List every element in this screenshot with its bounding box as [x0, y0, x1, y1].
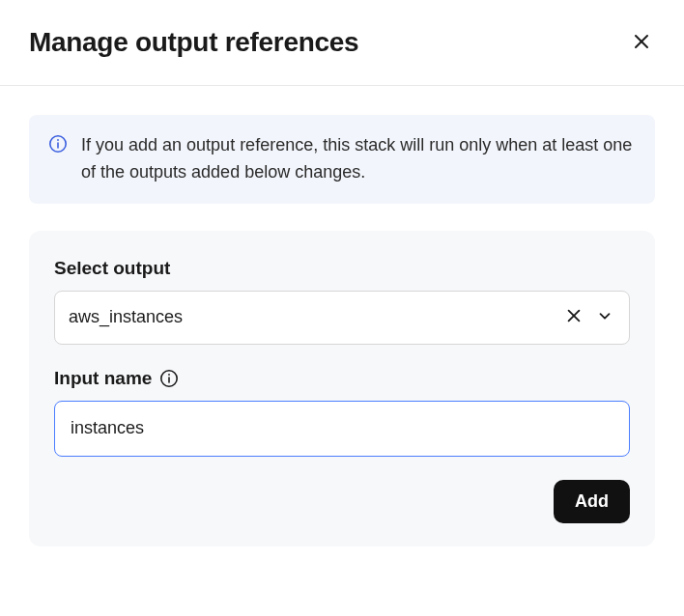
form-panel: Select output aws_instances: [29, 231, 655, 546]
modal-title: Manage output references: [29, 27, 358, 58]
info-icon[interactable]: [159, 369, 179, 388]
svg-point-9: [168, 374, 170, 376]
input-name-group: Input name: [54, 368, 630, 457]
modal-header: Manage output references: [0, 0, 684, 86]
input-name-label: Input name: [54, 368, 630, 389]
info-banner: If you add an output reference, this sta…: [29, 115, 655, 204]
input-name-field[interactable]: [54, 401, 630, 457]
close-icon: [565, 307, 583, 327]
select-output-icons: [563, 305, 615, 329]
select-output-dropdown[interactable]: aws_instances: [54, 291, 630, 345]
select-clear-button[interactable]: [563, 305, 584, 329]
svg-point-4: [57, 139, 59, 141]
select-output-label: Select output: [54, 258, 630, 279]
chevron-down-icon: [596, 307, 613, 327]
select-output-value: aws_instances: [69, 307, 563, 327]
select-chevron-button[interactable]: [594, 305, 615, 329]
select-output-group: Select output aws_instances: [54, 258, 630, 345]
info-text: If you add an output reference, this sta…: [81, 132, 636, 186]
form-actions: Add: [54, 480, 630, 523]
add-button[interactable]: Add: [554, 480, 630, 523]
info-icon: [48, 134, 68, 157]
input-name-label-text: Input name: [54, 368, 152, 389]
select-output-label-text: Select output: [54, 258, 170, 279]
modal-body: If you add an output reference, this sta…: [0, 86, 684, 575]
close-button[interactable]: [628, 28, 655, 58]
close-icon: [632, 32, 651, 54]
